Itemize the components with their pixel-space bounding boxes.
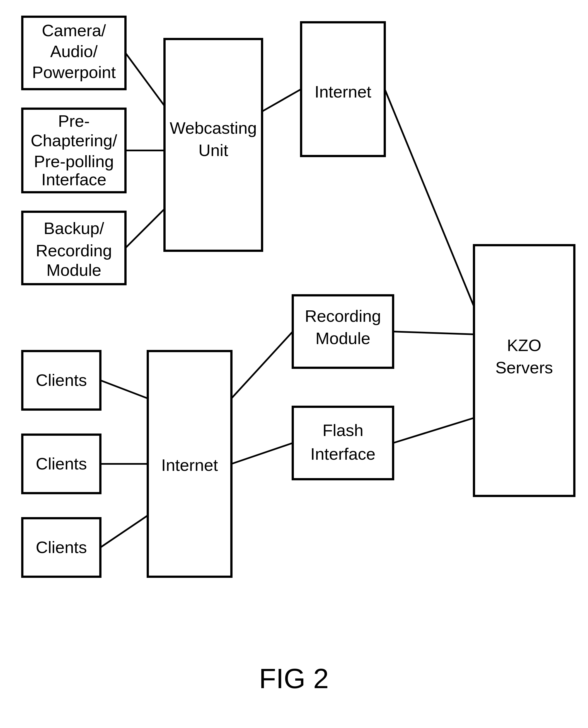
pre-chaptering-label2: Chaptering/ <box>31 131 118 150</box>
svg-line-10 <box>393 332 474 334</box>
backup-recording-label2: Recording <box>36 241 112 260</box>
flash-interface-label1: Flash <box>322 421 363 440</box>
flash-interface-box <box>293 407 393 479</box>
svg-line-11 <box>393 418 474 443</box>
kzo-servers-label1: KZO <box>507 336 541 355</box>
clients3-label: Clients <box>36 538 87 557</box>
flash-interface-label2: Interface <box>310 445 375 463</box>
svg-line-8 <box>231 332 293 398</box>
internet-bottom-label: Internet <box>161 456 218 475</box>
recording-module-label1: Recording <box>305 307 381 325</box>
camera-audio-label2: Audio/ <box>50 42 98 61</box>
svg-line-5 <box>100 380 148 398</box>
webcasting-unit-label1: Webcasting <box>170 119 257 137</box>
backup-recording-label1: Backup/ <box>44 219 104 238</box>
figure-caption: FIG 2 <box>259 663 329 694</box>
webcasting-unit-label2: Unit <box>198 141 228 160</box>
pre-chaptering-label3: Pre-polling <box>34 152 114 171</box>
svg-line-7 <box>100 515 148 548</box>
kzo-servers-label2: Servers <box>496 358 553 377</box>
svg-line-4 <box>385 89 474 307</box>
backup-recording-label3: Module <box>46 261 102 280</box>
internet-top-label: Internet <box>315 83 371 101</box>
camera-audio-label3: Powerpoint <box>32 63 116 82</box>
svg-line-2 <box>125 209 165 248</box>
pre-chaptering-label4: Interface <box>41 170 106 189</box>
svg-line-0 <box>125 53 165 106</box>
svg-line-9 <box>231 443 293 464</box>
camera-audio-label: Camera/ <box>42 21 106 40</box>
clients1-label: Clients <box>36 371 87 390</box>
svg-line-3 <box>262 89 301 111</box>
clients2-label: Clients <box>36 455 87 473</box>
pre-chaptering-label1: Pre- <box>58 112 89 130</box>
diagram-container: Camera/ Audio/ Powerpoint Pre- Chapterin… <box>0 0 588 728</box>
recording-module-label2: Module <box>316 329 371 348</box>
